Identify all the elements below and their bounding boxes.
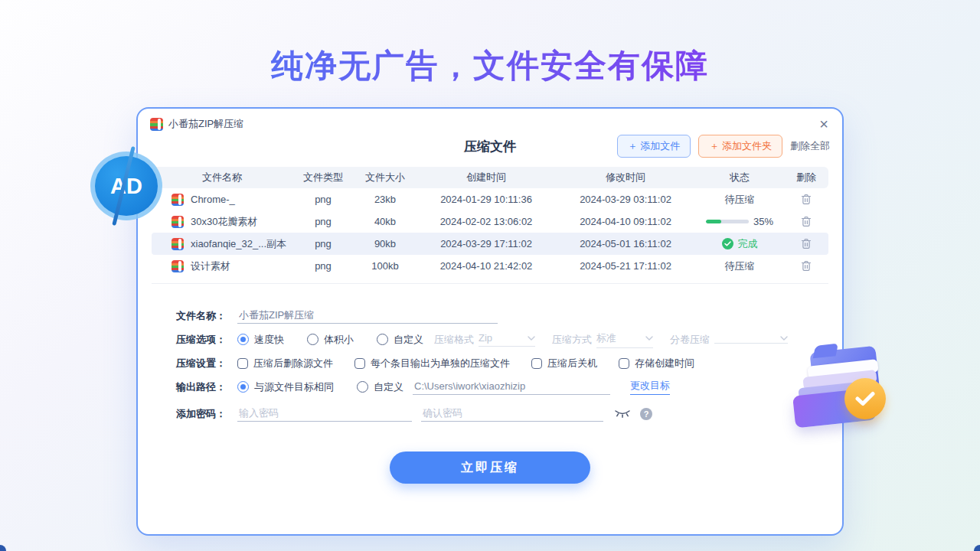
checkbox-shutdown[interactable] bbox=[531, 358, 542, 369]
trash-icon[interactable] bbox=[801, 216, 812, 227]
output-custom-option[interactable]: 自定义 bbox=[357, 380, 403, 394]
format-label: 压缩格式 bbox=[434, 333, 474, 347]
checkbox-keep-time[interactable] bbox=[619, 358, 629, 369]
method-label: 压缩方式 bbox=[552, 333, 592, 347]
progress-bar bbox=[706, 220, 749, 223]
volume-select[interactable] bbox=[714, 336, 788, 344]
setting-shutdown[interactable]: 压缩后关机 bbox=[531, 357, 597, 370]
file-size: 23kb bbox=[354, 194, 416, 205]
app-window: 小番茄ZIP解压缩 × 压缩文件 ＋ 添加文件 ＋ 添加文件夹 删除全部 文件名… bbox=[136, 107, 844, 536]
format-select[interactable]: Zip bbox=[479, 332, 535, 347]
chevron-down-icon bbox=[528, 336, 535, 341]
file-size: 100kb bbox=[354, 260, 416, 272]
corner-accent bbox=[0, 545, 6, 551]
trash-icon[interactable] bbox=[801, 238, 812, 249]
table-row[interactable]: Chrome-_ png 23kb 2024-01-29 10:11:36 20… bbox=[152, 188, 828, 210]
file-name: Chrome-_ bbox=[191, 194, 235, 205]
radio-custom[interactable] bbox=[377, 334, 388, 345]
page-headline: 纯净无广告，文件安全有保障 bbox=[0, 44, 980, 87]
file-type: png bbox=[292, 238, 354, 249]
col-header-type: 文件类型 bbox=[292, 171, 354, 184]
col-header-status: 状态 bbox=[695, 171, 784, 184]
file-icon bbox=[172, 194, 184, 206]
compress-form: 文件名称： 压缩选项： 速度快 体积小 自定义 压缩格式 Zip 压缩方式 标准… bbox=[138, 304, 842, 425]
file-created: 2024-04-10 21:42:02 bbox=[416, 260, 556, 272]
corner-accent bbox=[974, 545, 980, 551]
radio-fast[interactable] bbox=[237, 334, 249, 345]
output-path-input[interactable] bbox=[413, 379, 610, 395]
table-row-selected[interactable]: xiaofanqie_32_...副本 png 90kb 2024-03-29 … bbox=[152, 233, 828, 255]
file-created: 2024-01-29 10:11:36 bbox=[416, 194, 556, 205]
titlebar: 小番茄ZIP解压缩 bbox=[138, 109, 842, 132]
file-name-row: 文件名称： bbox=[176, 304, 842, 328]
option-fast[interactable]: 速度快 bbox=[237, 333, 284, 347]
trash-icon[interactable] bbox=[801, 260, 812, 272]
chevron-down-icon bbox=[645, 336, 653, 341]
file-icon bbox=[172, 216, 184, 228]
file-name: 设计素材 bbox=[191, 259, 230, 273]
change-target-link[interactable]: 更改目标 bbox=[630, 379, 670, 395]
checkbox-separate-archives[interactable] bbox=[354, 358, 365, 369]
file-size: 40kb bbox=[354, 216, 416, 227]
file-name-input[interactable] bbox=[237, 308, 498, 324]
password-label: 添加密码： bbox=[176, 407, 237, 421]
add-file-button[interactable]: ＋ 添加文件 bbox=[617, 135, 691, 158]
option-small[interactable]: 体积小 bbox=[307, 333, 354, 347]
file-table: 文件名称 文件类型 文件大小 创建时间 修改时间 状态 删除 Chrome-_ … bbox=[152, 167, 828, 284]
help-icon[interactable]: ? bbox=[640, 408, 652, 420]
window-title: 小番茄ZIP解压缩 bbox=[168, 117, 243, 131]
file-type: png bbox=[292, 216, 354, 227]
option-custom[interactable]: 自定义 bbox=[377, 333, 423, 347]
file-name: xiaofanqie_32_...副本 bbox=[191, 237, 286, 251]
file-size: 90kb bbox=[354, 238, 416, 249]
no-ads-badge: AD bbox=[90, 152, 162, 220]
file-created: 2024-02-02 13:06:02 bbox=[416, 216, 556, 227]
file-modified: 2024-03-29 03:11:02 bbox=[556, 194, 695, 205]
eye-closed-icon[interactable] bbox=[614, 409, 631, 419]
file-modified: 2024-05-21 17:11:02 bbox=[556, 260, 695, 272]
confirm-password-input[interactable] bbox=[421, 406, 603, 422]
table-header-row: 文件名称 文件类型 文件大小 创建时间 修改时间 状态 删除 bbox=[152, 167, 828, 188]
compress-now-button[interactable]: 立即压缩 bbox=[390, 452, 590, 484]
table-row[interactable]: 设计素材 png 100kb 2024-04-10 21:42:02 2024-… bbox=[152, 255, 828, 277]
delete-all-button[interactable]: 删除全部 bbox=[790, 139, 830, 153]
file-created: 2024-03-29 17:11:02 bbox=[416, 238, 556, 249]
col-header-name: 文件名称 bbox=[152, 171, 292, 184]
method-select[interactable]: 标准 bbox=[596, 331, 653, 348]
password-row: 添加密码： ? bbox=[176, 402, 842, 425]
radio-small[interactable] bbox=[307, 334, 318, 345]
col-header-modified: 修改时间 bbox=[556, 171, 695, 184]
check-badge-icon bbox=[844, 378, 886, 419]
checkbox-delete-source[interactable] bbox=[237, 358, 248, 369]
settings-label: 压缩设置： bbox=[176, 357, 237, 370]
file-name-label: 文件名称： bbox=[176, 309, 237, 323]
add-folder-button[interactable]: ＋ 添加文件夹 bbox=[698, 135, 782, 158]
app-logo-icon bbox=[150, 118, 163, 131]
col-header-size: 文件大小 bbox=[354, 171, 416, 184]
password-input[interactable] bbox=[237, 406, 412, 422]
file-modified: 2024-05-01 16:11:02 bbox=[556, 238, 695, 249]
volume-label: 分卷压缩 bbox=[670, 333, 710, 347]
trash-icon[interactable] bbox=[801, 194, 812, 205]
table-row[interactable]: 30x30花瓣素材 png 40kb 2024-02-02 13:06:02 2… bbox=[152, 210, 828, 233]
file-type: png bbox=[292, 260, 354, 272]
radio-output-same[interactable] bbox=[237, 381, 249, 393]
status-badge: 待压缩 bbox=[695, 259, 784, 273]
compress-options-row: 压缩选项： 速度快 体积小 自定义 压缩格式 Zip 压缩方式 标准 分卷压缩 bbox=[176, 328, 842, 351]
output-same-option[interactable]: 与源文件目标相同 bbox=[237, 380, 334, 394]
file-name: 30x30花瓣素材 bbox=[191, 215, 257, 229]
output-path-row: 输出路径： 与源文件目标相同 自定义 更改目标 bbox=[176, 375, 842, 399]
close-icon[interactable]: × bbox=[819, 116, 828, 132]
setting-separate-archives[interactable]: 每个条目输出为单独的压缩文件 bbox=[354, 357, 510, 370]
setting-keep-time[interactable]: 存储创建时间 bbox=[619, 357, 694, 370]
file-modified: 2024-04-10 09:11:02 bbox=[556, 216, 695, 227]
section-header: 压缩文件 ＋ 添加文件 ＋ 添加文件夹 删除全部 bbox=[138, 133, 842, 161]
done-label: 完成 bbox=[738, 237, 758, 251]
chevron-down-icon bbox=[780, 336, 788, 341]
compress-settings-row: 压缩设置： 压缩后删除源文件 每个条目输出为单独的压缩文件 压缩后关机 存储创建… bbox=[176, 351, 842, 375]
file-icon bbox=[172, 238, 184, 250]
setting-delete-source[interactable]: 压缩后删除源文件 bbox=[237, 357, 333, 370]
radio-output-custom[interactable] bbox=[357, 381, 368, 393]
progress-status: 35% bbox=[695, 216, 784, 227]
status-badge: 待压缩 bbox=[695, 193, 784, 207]
